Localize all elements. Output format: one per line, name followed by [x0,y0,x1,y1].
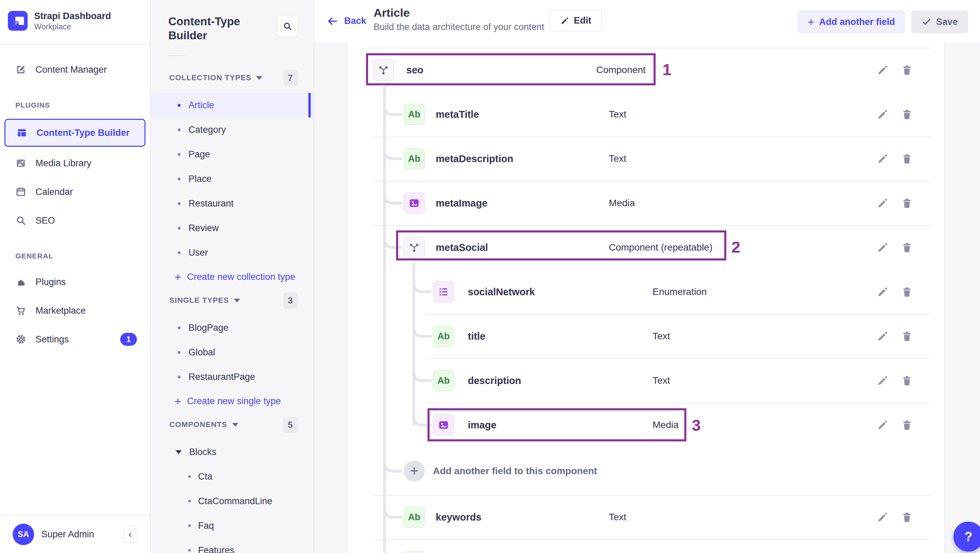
text-field-icon: Ab [404,148,425,169]
create-link-create-new-single-type[interactable]: +Create new single type [151,389,314,413]
group-header-single-types[interactable]: SINGLE TYPES3 [151,291,314,310]
subnav-item-features[interactable]: Features [151,538,314,553]
bullet-icon [178,227,181,230]
back-arrow-icon [327,15,338,27]
media-field-icon [404,192,425,214]
page-header: Back Article Build the data architecture… [314,0,980,42]
subnav-item-label: Restaurant [188,198,234,209]
save-button[interactable]: Save [912,11,968,33]
subnav-item-label: Place [188,174,212,184]
subnav-item-cta[interactable]: Cta [151,464,314,489]
chevron-down-icon [175,450,182,454]
delete-field-button[interactable] [898,239,915,256]
delete-field-button[interactable] [898,283,915,300]
sidebar-item-plugins[interactable]: Plugins [0,270,150,294]
subnav-item-user[interactable]: User [151,240,314,265]
bullet-icon [178,178,181,181]
delete-field-button[interactable] [898,328,915,345]
field-name: image [468,403,496,447]
sidebar-item-label: Calendar [35,187,73,197]
sidebar-section-plugins: PLUGINS [0,95,150,115]
edit-field-button[interactable] [874,328,891,345]
sidebar-item-marketplace[interactable]: Marketplace [0,298,150,323]
delete-field-button[interactable] [898,509,915,526]
subnav-item-ctacommandline[interactable]: CtaCommandLine [151,489,314,513]
edit-field-button[interactable] [874,416,891,434]
text-field-icon: Ab [433,326,454,347]
chevron-down-icon [256,76,262,80]
delete-field-button[interactable] [898,106,915,123]
cart-icon [15,305,26,316]
subnav-item-category[interactable]: Category [151,118,314,142]
group-header-components[interactable]: COMPONENTS5 [151,415,314,434]
edit-field-button[interactable] [874,150,891,167]
sidebar-divider [0,44,150,45]
edit-field-button[interactable] [874,195,891,211]
add-field-to-component-row[interactable]: +Add another field to this component [348,447,944,495]
field-row-metaimage: metaImageMedia [348,181,944,225]
subnav-item-restaurantpage[interactable]: RestaurantPage [151,365,314,389]
text-field-icon: Ab [404,551,425,553]
edit-field-button[interactable] [874,239,891,256]
sidebar-item-calendar[interactable]: Calendar [0,180,150,204]
workspace-header[interactable]: Strapi Dashboard Workplace [8,10,111,32]
sidebar-collapse-button[interactable]: ‹ [123,526,137,543]
subnav-item-blogpage[interactable]: BlogPage [151,315,314,340]
subnav-item-article[interactable]: Article [151,93,314,118]
search-button[interactable] [277,15,298,37]
sidebar-item-label: Content Manager [35,65,107,75]
field-name: description [468,358,521,403]
group-count-badge: 5 [283,417,298,433]
subnav-tree-blocks[interactable]: Blocks [151,440,314,464]
field-name: socialNetwork [468,270,535,314]
field-row-title: AbtitleText [348,314,944,358]
subnav-item-faq[interactable]: Faq [151,513,314,538]
plus-circle-icon[interactable]: + [404,461,425,481]
sidebar-menu: Content ManagerPLUGINSContent-Type Build… [0,53,150,351]
create-link-create-new-collection-type[interactable]: +Create new collection type [151,265,314,289]
picture-icon [15,158,26,168]
field-name: metaRobots [436,539,493,553]
field-row-description: AbdescriptionText [348,358,944,403]
group-header-collection-types[interactable]: COLLECTION TYPES7 [151,68,314,87]
create-link-label: Create new single type [187,396,281,407]
strapi-logo-icon [8,11,28,31]
subnav-item-restaurant[interactable]: Restaurant [151,191,314,216]
subnav-divider [168,55,185,56]
component-field-icon [373,59,394,81]
subnav-item-global[interactable]: Global [151,340,314,365]
edit-field-button[interactable] [874,283,891,300]
check-icon [922,17,931,27]
edit-field-button[interactable] [874,106,891,123]
sidebar-item-settings[interactable]: Settings1 [0,327,150,351]
delete-field-button[interactable] [898,372,915,389]
add-another-field-button[interactable]: + Add another field [798,11,905,33]
edit-field-button[interactable] [874,372,891,389]
user-name: Super Admin [41,529,116,540]
group-title: COMPONENTS [169,420,228,429]
bullet-icon [178,251,181,254]
edit-button[interactable]: Edit [550,10,602,32]
subnav-item-place[interactable]: Place [151,167,314,191]
field-type: Media [609,181,635,225]
sidebar-item-content-manager[interactable]: Content Manager [0,57,150,82]
delete-field-button[interactable] [898,416,915,434]
group-title: COLLECTION TYPES [169,73,251,82]
edit-field-button[interactable] [874,509,891,526]
group-count-badge: 7 [283,70,298,86]
sidebar-item-media-library[interactable]: Media Library [0,151,150,175]
back-link[interactable]: Back [327,0,366,42]
edit-field-button[interactable] [874,62,891,78]
delete-field-button[interactable] [898,150,915,167]
bullet-icon [178,375,181,378]
help-button[interactable]: ? [953,521,980,551]
sidebar-item-seo[interactable]: SEO [0,208,150,233]
delete-field-button[interactable] [898,195,915,211]
subnav-item-page[interactable]: Page [151,142,314,167]
group-title: SINGLE TYPES [169,296,229,305]
subnav-item-review[interactable]: Review [151,216,314,240]
delete-field-button[interactable] [898,62,915,78]
sidebar-item-content-type-builder[interactable]: Content-Type Builder [5,119,145,147]
enum-field-icon [433,281,454,302]
pen-square-icon [15,64,26,75]
